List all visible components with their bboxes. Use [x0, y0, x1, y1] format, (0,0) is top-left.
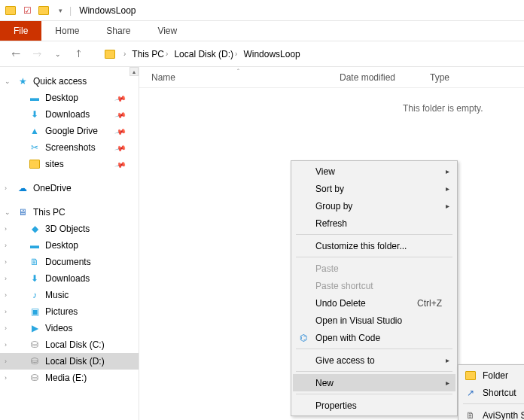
menu-item-label: Give access to: [315, 355, 375, 366]
sidebar-item-local-disk-c-[interactable]: ›⛁Local Disk (C:): [0, 336, 139, 353]
pin-icon: 📌: [114, 142, 126, 154]
menu-separator: [296, 257, 452, 257]
menu-item-customize-this-folder-[interactable]: Customize this folder...: [293, 237, 455, 254]
qat-properties-icon[interactable]: ☑: [20, 3, 35, 18]
forward-button[interactable]: 🡒: [29, 46, 45, 62]
menu-item-label: Open with Code: [315, 333, 380, 343]
chevron-right-icon: ›: [5, 291, 7, 299]
breadcrumb-seg[interactable]: WindowsLoop: [243, 49, 300, 59]
tree-label: Local Disk (D:): [45, 356, 105, 367]
chevron-right-icon: ›: [5, 242, 7, 249]
sidebar-item-videos[interactable]: ›▶Videos: [0, 320, 139, 336]
sidebar-item-desktop[interactable]: ›▬Desktop: [0, 237, 139, 254]
breadcrumb[interactable]: This PC› Local Disk (D:)› WindowsLoop: [130, 47, 301, 61]
chevron-down-icon: ⌄: [5, 208, 11, 216]
menu-item-group-by[interactable]: Group by▸: [293, 197, 455, 215]
menu-item-avisynth-script[interactable]: 🗎AviSynth Script: [460, 406, 524, 420]
tree-this-pc[interactable]: ⌄ 🖥 This PC: [0, 204, 139, 221]
menu-item-refresh[interactable]: Refresh: [293, 215, 455, 232]
sidebar-item-documents[interactable]: ›🗎Documents: [0, 254, 139, 270]
ribbon-tab-share[interactable]: Share: [93, 21, 144, 41]
sidebar-item-downloads[interactable]: ⬇Downloads📌: [0, 106, 139, 123]
tree-label: sites: [45, 159, 64, 169]
sidebar-item-3d-objects[interactable]: ›◆3D Objects: [0, 221, 139, 237]
tree-label: Quick access: [33, 76, 87, 87]
disk-icon: ⛁: [29, 372, 41, 384]
address-bar: 🡐 🡒 ⌄ 🡑 › This PC› Local Disk (D:)› Wind…: [0, 41, 524, 67]
ribbon-tab-home[interactable]: Home: [41, 21, 93, 41]
star-icon: ★: [17, 75, 29, 87]
menu-item-label: View: [315, 166, 335, 177]
chevron-right-icon: ›: [5, 341, 7, 348]
chevron-right-icon: ›: [123, 50, 126, 58]
file-list-pane[interactable]: ˆ Name Date modified Type This folder is…: [139, 67, 524, 420]
menu-item-give-access-to[interactable]: Give access to▸: [293, 352, 455, 369]
pin-icon: 📌: [114, 158, 126, 170]
menu-item-open-in-visual-studio[interactable]: Open in Visual Studio: [293, 312, 455, 329]
pin-icon: 📌: [114, 92, 126, 104]
menu-item-label: Paste shortcut: [315, 281, 373, 291]
ribbon-tab-view[interactable]: View: [144, 21, 190, 41]
back-button[interactable]: 🡐: [8, 46, 24, 62]
menu-item-label: Refresh: [315, 218, 347, 229]
sidebar-item-local-disk-d-[interactable]: ›⛁Local Disk (D:): [0, 353, 139, 370]
tree-onedrive[interactable]: › ☁ OneDrive: [0, 180, 139, 196]
sidebar-item-downloads[interactable]: ›⬇Downloads: [0, 270, 139, 287]
column-header-date[interactable]: Date modified: [340, 72, 430, 83]
sidebar-item-pictures[interactable]: ›▣Pictures: [0, 303, 139, 320]
sidebar-item-google-drive[interactable]: ▲Google Drive📌: [0, 123, 139, 139]
up-button[interactable]: 🡑: [71, 46, 87, 62]
sidebar-item-sites[interactable]: sites📌: [0, 156, 139, 172]
menu-item-shortcut[interactable]: ↗Shortcut: [460, 384, 524, 401]
navigation-tree[interactable]: ▴ ⌄ ★ Quick access ▬Desktop📌⬇Downloads📌▲…: [0, 67, 139, 420]
sidebar-item-screenshots[interactable]: ✂Screenshots📌: [0, 139, 139, 156]
videos-icon: ▶: [29, 322, 41, 334]
ribbon: File Home Share View: [0, 21, 524, 41]
empty-folder-message: This folder is empty.: [403, 103, 483, 114]
context-submenu-new[interactable]: Folder↗Shortcut🗎AviSynth Script👤ContactW…: [458, 364, 524, 420]
tree-label: Desktop: [45, 240, 78, 251]
desktop-icon: ▬: [29, 92, 41, 104]
desktop-icon: ▬: [29, 239, 41, 251]
sidebar-item-desktop[interactable]: ▬Desktop📌: [0, 90, 139, 106]
qat-dropdown-icon[interactable]: ▾: [53, 3, 68, 18]
menu-item-properties[interactable]: Properties: [293, 397, 455, 414]
ribbon-file-tab[interactable]: File: [0, 21, 41, 41]
folder-icon: [102, 47, 117, 62]
column-headers[interactable]: ˆ Name Date modified Type: [139, 67, 524, 88]
tree-label: OneDrive: [33, 183, 72, 193]
chevron-right-icon: ›: [5, 358, 7, 365]
sidebar-item-music[interactable]: ›♪Music: [0, 287, 139, 303]
menu-item-label: Paste: [315, 263, 339, 274]
breadcrumb-seg[interactable]: Local Disk (D:): [174, 49, 233, 59]
sidebar-item-media-e-[interactable]: ›⛁Media (E:): [0, 370, 139, 386]
tree-label: 3D Objects: [45, 224, 90, 234]
menu-shortcut: Ctrl+Z: [417, 298, 442, 309]
chevron-right-icon: ›: [5, 374, 7, 382]
menu-item-folder[interactable]: Folder: [460, 367, 524, 384]
menu-item-undo-delete[interactable]: Undo DeleteCtrl+Z: [293, 294, 455, 312]
disk-icon: ⛁: [29, 339, 41, 351]
gdrive-icon: ▲: [29, 125, 41, 137]
tree-label: Desktop: [45, 93, 78, 103]
3d-icon: ◆: [29, 223, 41, 235]
chevron-right-icon: ▸: [446, 202, 449, 210]
menu-item-label: Folder: [483, 370, 508, 381]
menu-separator: [296, 371, 452, 372]
tree-quick-access[interactable]: ⌄ ★ Quick access: [0, 73, 139, 90]
recent-locations-dropdown[interactable]: ⌄: [50, 46, 66, 62]
cloud-icon: ☁: [17, 182, 29, 194]
tree-label: Downloads: [45, 273, 90, 284]
menu-item-sort-by[interactable]: Sort by▸: [293, 180, 455, 197]
menu-item-view[interactable]: View▸: [293, 163, 455, 180]
breadcrumb-seg[interactable]: This PC: [132, 49, 164, 59]
column-header-name[interactable]: Name: [151, 72, 340, 83]
doc-icon: 🗎: [465, 409, 477, 421]
menu-item-open-with-code[interactable]: ⌬Open with Code: [293, 329, 455, 346]
menu-item-new[interactable]: New▸: [293, 374, 455, 391]
column-header-type[interactable]: Type: [430, 72, 490, 83]
sort-indicator-icon: ˆ: [237, 68, 239, 75]
context-menu[interactable]: View▸Sort by▸Group by▸RefreshCustomize t…: [291, 160, 458, 416]
menu-item-label: Sort by: [315, 184, 344, 194]
menu-item-label: New: [315, 378, 334, 388]
